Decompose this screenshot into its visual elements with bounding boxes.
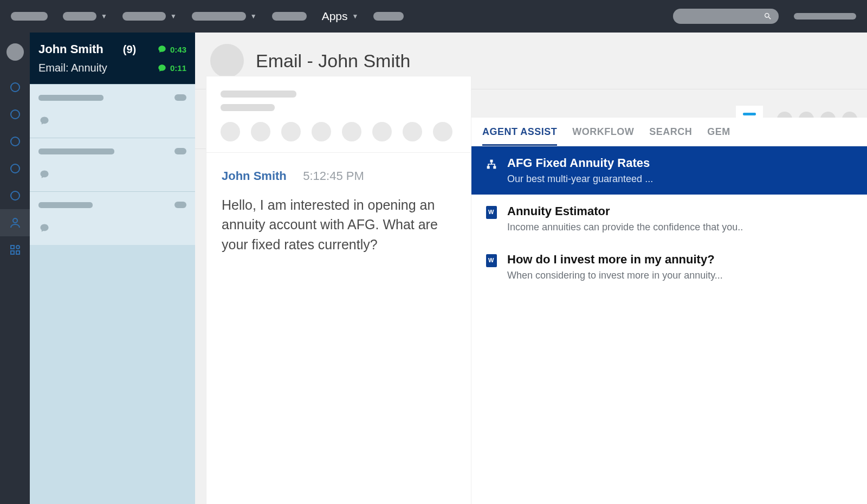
- assist-list: AFG Fixed Annuity Rates Our best multi-y…: [471, 146, 867, 291]
- assist-item-title: Annuity Estimator: [507, 204, 743, 218]
- flow-icon: [486, 158, 497, 170]
- rail-item-2[interactable]: [0, 101, 30, 128]
- svg-rect-3: [11, 251, 14, 254]
- svg-rect-1: [11, 245, 14, 249]
- tab-workflow[interactable]: WORKFLOW: [572, 126, 634, 146]
- email-action-7[interactable]: [403, 122, 422, 141]
- assist-item-title: AFG Fixed Annuity Rates: [507, 156, 653, 170]
- email-action-6[interactable]: [372, 122, 392, 141]
- email-action-4[interactable]: [312, 122, 331, 141]
- svg-point-0: [13, 218, 17, 223]
- assist-item-1[interactable]: AFG Fixed Annuity Rates Our best multi-y…: [471, 146, 867, 195]
- content-area: Email - John Smith: [195, 33, 867, 504]
- nav-item-5[interactable]: [272, 12, 307, 21]
- chat-icon: [157, 64, 167, 73]
- page-title: Email - John Smith: [256, 50, 410, 72]
- assist-item-3[interactable]: How do I invest more in my annuity? When…: [471, 243, 867, 291]
- contact-avatar: [210, 44, 244, 77]
- tab-search[interactable]: SEARCH: [649, 126, 692, 146]
- card-timer-b: 0:11: [157, 63, 186, 73]
- conversation-list: John Smith (9) 0:43 Email: Annuity 0:11: [30, 33, 195, 504]
- apps-icon: [9, 243, 22, 256]
- avatar[interactable]: [7, 43, 24, 61]
- email-action-3[interactable]: [281, 122, 301, 141]
- assist-tabs: AGENT ASSIST WORKFLOW SEARCH GEM: [471, 118, 867, 146]
- assist-panel: AGENT ASSIST WORKFLOW SEARCH GEM AFG Fix…: [471, 118, 867, 504]
- conversation-card-placeholder-1[interactable]: [30, 84, 195, 138]
- rail-item-user[interactable]: [0, 209, 30, 236]
- nav-item-apps[interactable]: Apps ▼: [322, 10, 359, 23]
- svg-rect-7: [493, 166, 496, 169]
- svg-point-2: [16, 245, 20, 249]
- email-header-placeholder: [206, 76, 471, 153]
- assist-item-sub: Income annuities can provide the confide…: [507, 222, 743, 233]
- assist-item-title: How do I invest more in my annuity?: [507, 253, 723, 267]
- word-doc-icon: [486, 206, 497, 218]
- word-doc-icon: [486, 255, 497, 267]
- svg-rect-4: [16, 251, 20, 254]
- email-action-8[interactable]: [433, 122, 452, 141]
- nav-item-4[interactable]: ▼: [192, 12, 257, 21]
- nav-item-2[interactable]: ▼: [63, 12, 107, 21]
- card-timer-a: 0:43: [157, 45, 186, 54]
- chat-icon: [38, 223, 50, 233]
- email-action-2[interactable]: [251, 122, 270, 141]
- email-sender: John Smith: [222, 169, 287, 183]
- svg-rect-5: [490, 160, 493, 163]
- conversation-card-placeholder-2[interactable]: [30, 138, 195, 191]
- icon-rail: [0, 33, 30, 504]
- apps-label: Apps: [322, 10, 348, 23]
- conversation-card-active[interactable]: John Smith (9) 0:43 Email: Annuity 0:11: [30, 33, 195, 84]
- rail-item-4[interactable]: [0, 155, 30, 182]
- assist-item-sub: Our best multi-year guaranteed ...: [507, 173, 653, 185]
- search-input[interactable]: [673, 9, 779, 24]
- nav-item-3[interactable]: ▼: [122, 12, 177, 21]
- card-subject: Email: Annuity: [38, 62, 107, 74]
- conversation-card-placeholder-3[interactable]: [30, 191, 195, 245]
- tab-agent-assist[interactable]: AGENT ASSIST: [482, 126, 557, 146]
- nav-item-1[interactable]: [11, 12, 48, 21]
- top-nav: ▼ ▼ ▼ Apps ▼: [0, 0, 867, 33]
- rail-item-apps[interactable]: [0, 236, 30, 263]
- chevron-down-icon: ▼: [352, 12, 359, 20]
- svg-rect-6: [487, 166, 490, 169]
- chat-icon: [157, 45, 167, 54]
- tab-gem[interactable]: GEM: [707, 126, 730, 146]
- assist-item-2[interactable]: Annuity Estimator Income annuities can p…: [471, 195, 867, 243]
- email-action-5[interactable]: [342, 122, 361, 141]
- rail-item-1[interactable]: [0, 74, 30, 101]
- assist-item-sub: When considering to invest more in your …: [507, 270, 723, 281]
- email-action-1[interactable]: [221, 122, 240, 141]
- search-icon: [764, 12, 772, 21]
- chat-icon: [38, 116, 50, 126]
- rail-item-5[interactable]: [0, 182, 30, 209]
- user-icon: [9, 216, 22, 229]
- card-name: John Smith: [38, 42, 103, 56]
- nav-item-right[interactable]: [794, 13, 856, 20]
- card-badge: (9): [123, 43, 136, 56]
- email-panel: John Smith 5:12:45 PM Hello, I am intere…: [206, 76, 471, 504]
- email-time: 5:12:45 PM: [303, 169, 364, 183]
- rail-item-3[interactable]: [0, 128, 30, 155]
- chat-icon: [38, 170, 50, 179]
- nav-item-6[interactable]: [373, 12, 404, 21]
- email-body: Hello, I am interested in opening an ann…: [222, 195, 438, 254]
